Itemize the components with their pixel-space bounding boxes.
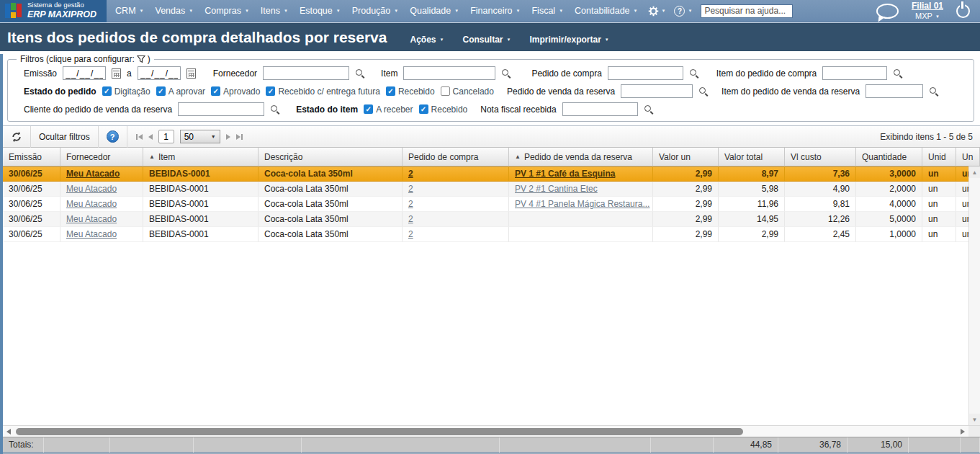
col-header-emissao[interactable]: Emissão <box>3 148 60 166</box>
help-menu[interactable]: ? ▼ <box>670 6 696 17</box>
branch-link[interactable]: Filial 01 <box>912 1 943 12</box>
menu-contabilidade[interactable]: Contabilidade▼ <box>569 0 643 22</box>
pedido-compra-link[interactable]: 2 <box>408 214 413 224</box>
nota-fiscal-input[interactable] <box>562 102 638 116</box>
horizontal-scroll-thumb[interactable] <box>16 428 743 435</box>
logout-power-icon[interactable] <box>956 4 970 18</box>
checkbox-a-aprovar[interactable]: ✓A aprovar <box>156 86 205 97</box>
pedido-venda-link[interactable]: PV 2 #1 Cantina Etec <box>515 184 598 194</box>
vertical-scrollbar[interactable]: ▲ ▼ <box>968 166 980 425</box>
hide-filters-button[interactable]: Ocultar filtros <box>31 126 98 147</box>
last-page-button[interactable] <box>236 134 243 140</box>
search-icon[interactable] <box>644 104 654 115</box>
page-size-select[interactable]: 50▼ <box>180 130 220 143</box>
col-header-vl-custo[interactable]: Vl custo <box>785 148 856 166</box>
search-icon[interactable] <box>355 68 365 79</box>
settings-menu[interactable]: ▼ <box>644 6 670 17</box>
item-input[interactable] <box>403 66 495 80</box>
search-icon[interactable] <box>929 86 939 97</box>
checkbox-a-receber[interactable]: ✓A receber <box>364 104 413 115</box>
cliente-pedido-venda-input[interactable] <box>178 102 264 116</box>
table-row[interactable]: 30/06/25 Meu Atacado BEBIDAS-0001 Coca-c… <box>3 166 980 182</box>
calendar-icon[interactable] <box>186 68 196 79</box>
item-pedido-compra-input[interactable] <box>822 66 887 80</box>
menu-consultar[interactable]: Consultar▼ <box>462 35 511 45</box>
col-header-valor-un[interactable]: Valor un <box>653 148 719 166</box>
menu-estoque[interactable]: Estoque▼ <box>294 0 346 22</box>
menu-itens[interactable]: Itens▼ <box>255 0 294 22</box>
next-page-button[interactable] <box>226 134 230 140</box>
pedido-compra-link[interactable]: 2 <box>408 169 413 179</box>
checkbox-recebido[interactable]: ✓Recebido <box>386 86 435 97</box>
menu-fiscal[interactable]: Fiscal▼ <box>526 0 569 22</box>
col-header-fornecedor[interactable]: Fornecedor <box>60 148 143 166</box>
scroll-left-button[interactable] <box>3 426 14 437</box>
checkbox-cancelado[interactable]: Cancelado <box>441 86 494 97</box>
pedido-compra-link[interactable]: 2 <box>408 184 413 194</box>
emissao-label: Emissão <box>24 68 57 79</box>
col-header-unid2[interactable]: Un <box>956 148 980 166</box>
checkbox-item-recebido[interactable]: ✓Recebido <box>419 104 468 115</box>
checkbox-digitacao[interactable]: ✓Digitação <box>102 86 150 97</box>
brand-name: ERP MAXIPROD <box>27 9 96 19</box>
col-header-valor-total[interactable]: Valor total <box>719 148 785 166</box>
refresh-button[interactable] <box>3 126 30 147</box>
first-page-button[interactable] <box>136 134 143 140</box>
menu-producao[interactable]: Produção▼ <box>346 0 404 22</box>
search-icon[interactable] <box>689 68 699 79</box>
pedido-venda-reserva-input[interactable] <box>621 84 693 98</box>
pedido-venda-link[interactable]: PV 1 #1 Café da Esquina <box>515 169 615 179</box>
chat-bubble-icon[interactable] <box>876 4 899 19</box>
col-header-descricao[interactable]: Descrição <box>259 148 403 166</box>
menu-imprimir-exportar[interactable]: Imprimir/exportar▼ <box>529 35 608 45</box>
fornecedor-link[interactable]: Meu Atacado <box>66 229 117 239</box>
menu-crm[interactable]: CRM▼ <box>109 0 149 22</box>
prev-page-button[interactable] <box>148 134 153 140</box>
page-number-input[interactable]: 1 <box>158 130 174 143</box>
calendar-icon[interactable] <box>112 68 121 79</box>
table-row[interactable]: 30/06/25 Meu Atacado BEBIDAS-0001 Coca-c… <box>3 182 980 197</box>
scroll-down-icon[interactable]: ▼ <box>969 414 980 425</box>
item-pedido-venda-reserva-input[interactable] <box>866 84 923 98</box>
col-header-unid[interactable]: Unid <box>922 148 956 166</box>
menu-financeiro[interactable]: Financeiro▼ <box>464 0 526 22</box>
search-icon[interactable] <box>501 68 511 79</box>
checkbox-aprovado[interactable]: ✓Aprovado <box>211 86 260 97</box>
scroll-right-button[interactable] <box>957 426 968 437</box>
grid-help-button[interactable]: ? <box>99 126 127 147</box>
table-row[interactable]: 30/06/25 Meu Atacado BEBIDAS-0001 Coca-c… <box>3 197 980 212</box>
col-header-pedido-venda[interactable]: ▲Pedido de venda da reserva <box>509 148 653 166</box>
item-pedido-compra-label: Item do pedido de compra <box>716 68 817 79</box>
menu-vendas[interactable]: Vendas▼ <box>150 0 199 22</box>
scroll-up-icon[interactable]: ▲ <box>969 166 980 178</box>
fornecedor-link[interactable]: Meu Atacado <box>66 199 117 209</box>
chevron-down-icon: ▼ <box>634 9 638 13</box>
help-search-input[interactable] <box>701 4 793 18</box>
fornecedor-link[interactable]: Meu Atacado <box>66 214 117 224</box>
emissao-from-input[interactable] <box>63 66 106 80</box>
menu-acoes[interactable]: Ações▼ <box>410 35 444 45</box>
table-row[interactable]: 30/06/25 Meu Atacado BEBIDAS-0001 Coca-c… <box>3 212 980 227</box>
search-icon[interactable] <box>893 68 903 79</box>
menu-qualidade[interactable]: Qualidade▼ <box>404 0 464 22</box>
pedido-compra-link[interactable]: 2 <box>408 229 413 239</box>
col-header-item[interactable]: ▲Item <box>143 148 259 166</box>
table-row[interactable]: 30/06/25 Meu Atacado BEBIDAS-0001 Coca-c… <box>3 227 980 242</box>
pedido-venda-link[interactable]: PV 4 #1 Panela Mágica Restaura... <box>515 199 649 209</box>
menu-compras[interactable]: Compras▼ <box>199 0 255 22</box>
fornecedor-input[interactable] <box>263 66 349 80</box>
col-header-pedido-compra[interactable]: Pedido de compra <box>403 148 509 166</box>
search-icon[interactable] <box>270 104 280 115</box>
filters-legend[interactable]: Filtros (clique para configurar: ) <box>17 54 154 64</box>
horizontal-scrollbar[interactable] <box>3 425 980 437</box>
fornecedor-link[interactable]: Meu Atacado <box>66 169 120 179</box>
pedido-compra-input[interactable] <box>608 66 683 80</box>
fornecedor-link[interactable]: Meu Atacado <box>66 184 117 194</box>
search-icon[interactable] <box>698 86 709 97</box>
col-header-quantidade[interactable]: Quantidade <box>856 148 922 166</box>
branch-selector[interactable]: Filial 01 MXP▼ <box>912 1 943 22</box>
checkbox-recebido-entrega-futura[interactable]: ✓Recebido c/ entrega futura <box>266 86 379 97</box>
app-brand[interactable]: Sistema de gestão ERP MAXIPROD <box>0 0 107 22</box>
pedido-compra-link[interactable]: 2 <box>408 199 413 209</box>
emissao-to-input[interactable] <box>138 66 181 80</box>
